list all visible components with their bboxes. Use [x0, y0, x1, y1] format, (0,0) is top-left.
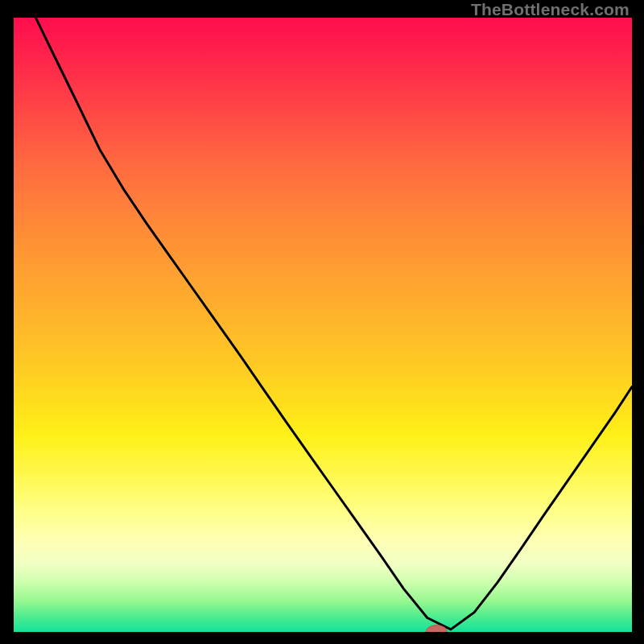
plot-area: [14, 18, 632, 632]
optimum-marker: [14, 18, 632, 632]
svg-point-0: [426, 625, 447, 632]
watermark-text: TheBottleneck.com: [471, 1, 630, 18]
chart-frame: TheBottleneck.com: [0, 0, 644, 644]
